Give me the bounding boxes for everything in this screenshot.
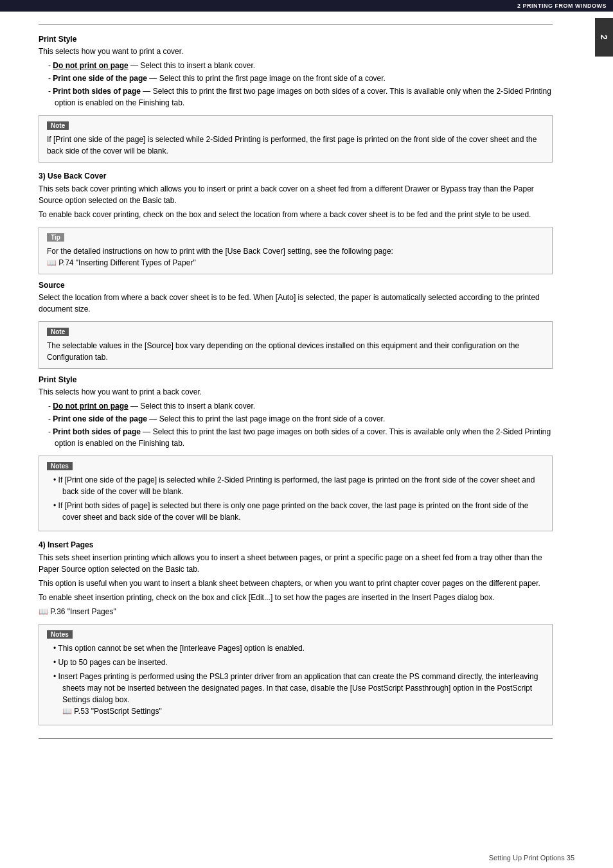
list-item: Print one side of the page — Select this… <box>48 73 553 84</box>
section-print-style-back: Print Style This selects how you want to… <box>39 375 553 531</box>
note-box-source: Note The selectable values in the [Sourc… <box>39 321 553 369</box>
notes-label-insert: Notes <box>47 630 73 639</box>
section-insert-pages: 4) Insert Pages This sets sheet insertio… <box>39 540 553 725</box>
note-label-source: Note <box>47 328 69 336</box>
insert-pages-text2: This option is useful when you want to i… <box>39 578 553 589</box>
note-label-1: Note <box>47 121 69 130</box>
chapter-header: 2 PRINTING FROM WINDOWS <box>0 0 613 12</box>
list-item: If [Print both sides of page] is selecte… <box>53 500 544 523</box>
list-item: Print both sides of page — Select this t… <box>48 426 553 449</box>
bottom-rule <box>39 738 553 739</box>
print-style-back-text: This selects how you want to print a bac… <box>39 386 553 398</box>
list-item: Insert Pages printing is performed using… <box>53 671 544 717</box>
tip-text-1: For the detailed instructions on how to … <box>47 245 544 269</box>
section-print-style-cover: Print Style This selects how you want to… <box>39 35 553 163</box>
note-box-1: Note If [Print one side of the page] is … <box>39 115 553 163</box>
list-item: Print both sides of page — Select this t… <box>48 85 553 109</box>
insert-pages-text1: This sets sheet insertion printing which… <box>39 552 553 575</box>
notes-box-back: Notes If [Print one side of the page] is… <box>39 456 553 531</box>
list-item: Do not print on page — Select this to in… <box>48 60 553 71</box>
insert-pages-title: 4) Insert Pages <box>39 540 553 549</box>
section-source: Source Select the location from where a … <box>39 281 553 369</box>
notes-list-insert: This option cannot be set when the [Inte… <box>53 642 544 717</box>
tip-label-1: Tip <box>47 233 64 242</box>
notes-box-insert: Notes This option cannot be set when the… <box>39 624 553 725</box>
print-style-back-list: Do not print on page — Select this to in… <box>48 400 553 449</box>
section-use-back-cover: 3) Use Back Cover This sets back cover p… <box>39 172 553 531</box>
source-title: Source <box>39 281 553 290</box>
insert-pages-sub-ref: 📖 P.53 "PostScript Settings" <box>62 707 162 716</box>
use-back-cover-text1: This sets back cover printing which allo… <box>39 183 553 206</box>
print-style-cover-list: Do not print on page — Select this to in… <box>48 60 553 109</box>
use-back-cover-text2: To enable back cover printing, check on … <box>39 209 553 220</box>
page-number-tab: 2 <box>595 18 613 57</box>
note-text-1: If [Print one side of the page] is selec… <box>47 134 544 157</box>
content-area: Print Style This selects how you want to… <box>0 12 591 752</box>
list-item: Do not print on page — Select this to in… <box>48 400 553 412</box>
notes-list-back: If [Print one side of the page] is selec… <box>53 474 544 523</box>
notes-label-back: Notes <box>47 462 73 470</box>
footer-text: Setting Up Print Options 35 <box>489 854 574 862</box>
use-back-cover-title: 3) Use Back Cover <box>39 172 553 181</box>
note-text-source: The selectable values in the [Source] bo… <box>47 340 544 363</box>
print-style-cover-title: Print Style <box>39 35 553 44</box>
list-item: Print one side of the page — Select this… <box>48 413 553 425</box>
list-item: If [Print one side of the page] is selec… <box>53 474 544 497</box>
tip-box-1: Tip For the detailed instructions on how… <box>39 227 553 274</box>
tip-ref-1: 📖 P.74 "Inserting Different Types of Pap… <box>47 258 196 267</box>
top-rule <box>39 24 553 25</box>
insert-pages-ref: 📖 P.36 "Insert Pages" <box>39 606 553 617</box>
print-style-back-title: Print Style <box>39 375 553 384</box>
chapter-title: 2 PRINTING FROM WINDOWS <box>517 3 607 9</box>
list-item: This option cannot be set when the [Inte… <box>53 642 544 654</box>
insert-pages-text3: To enable sheet insertion printing, chec… <box>39 592 553 603</box>
list-item: Up to 50 pages can be inserted. <box>53 657 544 668</box>
source-text: Select the location from where a back co… <box>39 292 553 315</box>
page-footer: Setting Up Print Options 35 <box>489 854 574 862</box>
print-style-cover-text: This selects how you want to print a cov… <box>39 46 553 57</box>
